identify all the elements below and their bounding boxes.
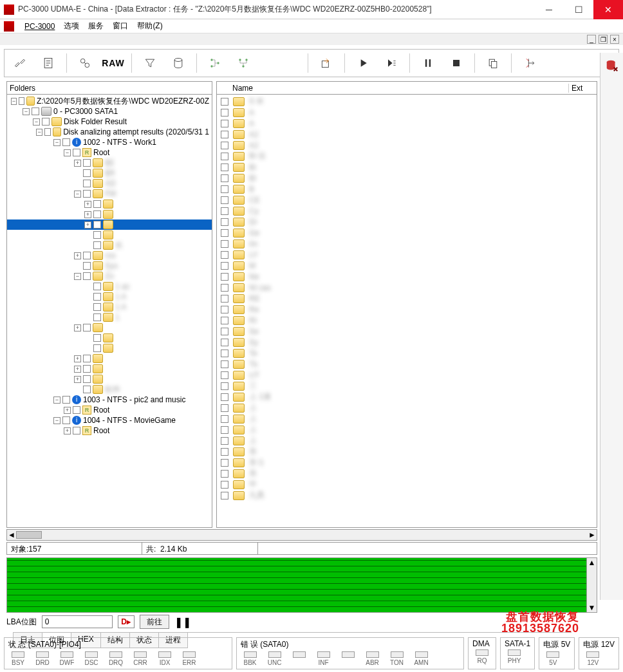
file-row[interactable]: 上 <box>217 435 597 446</box>
lba-input[interactable] <box>42 615 113 628</box>
lba-scroll-up-icon[interactable]: ▲ <box>588 558 596 567</box>
tree-node[interactable]: + <box>7 199 212 209</box>
tree-checkbox[interactable] <box>42 118 50 126</box>
tool-raw-button[interactable]: RAW <box>103 53 124 73</box>
lba-scroll-down-icon[interactable]: ▼ <box>588 603 596 612</box>
mdi-minimize[interactable]: _ <box>587 35 596 44</box>
file-checkbox[interactable] <box>221 350 228 357</box>
tree-checkbox[interactable] <box>93 221 101 229</box>
tree-twisty-icon[interactable]: + <box>64 427 71 434</box>
tree-checkbox[interactable] <box>93 334 101 342</box>
file-checkbox[interactable] <box>221 306 228 313</box>
file-row[interactable]: Dr <box>217 216 597 227</box>
tree-twisty-icon[interactable]: − <box>53 139 60 146</box>
tree-node[interactable]: +RRoot <box>7 405 212 415</box>
file-row[interactable]: A2 <box>217 129 597 140</box>
file-checkbox[interactable] <box>221 163 228 171</box>
lba-goto-button[interactable]: 前往 <box>140 615 169 629</box>
file-checkbox[interactable] <box>221 185 228 193</box>
tree-checkbox[interactable] <box>93 210 101 218</box>
file-row[interactable]: CE <box>217 194 597 205</box>
tree-checkbox[interactable] <box>83 252 91 259</box>
tree-twisty-icon[interactable]: − <box>53 397 60 404</box>
mdi-restore[interactable]: ❐ <box>599 35 608 44</box>
tree-checkbox[interactable] <box>83 262 91 270</box>
tree-twisty-icon[interactable]: + <box>74 376 81 383</box>
tree-checkbox[interactable] <box>62 396 70 404</box>
tree-node[interactable]: + <box>7 364 212 374</box>
tree-checkbox[interactable] <box>83 169 91 177</box>
menu-help[interactable]: 帮助(Z) <box>137 21 162 32</box>
tree-twisty-icon[interactable] <box>84 242 91 249</box>
file-row[interactable]: UT <box>217 369 597 380</box>
tool-export-icon[interactable] <box>316 53 337 73</box>
tree-twisty-icon[interactable]: + <box>74 160 81 167</box>
file-row[interactable]: A <box>217 118 597 129</box>
tree-checkbox[interactable] <box>83 386 91 393</box>
close-button[interactable]: ✕ <box>593 0 623 19</box>
file-row[interactable]: 东 i) <box>217 457 597 468</box>
tree-checkbox[interactable] <box>93 313 101 321</box>
file-checkbox[interactable] <box>221 437 228 445</box>
tree-checkbox[interactable] <box>62 416 70 424</box>
file-checkbox[interactable] <box>221 207 228 215</box>
tree-twisty-icon[interactable]: − <box>33 118 40 126</box>
file-row[interactable]: A <box>217 107 597 118</box>
file-row[interactable]: 上 <box>217 413 597 424</box>
tree-node[interactable]: −i1002 - NTFS - Work1 <box>7 137 212 147</box>
tree-node[interactable] <box>7 230 212 240</box>
file-row[interactable]: 九真 <box>217 490 597 501</box>
tool-copy-icon[interactable] <box>483 53 503 73</box>
tool-exit-icon[interactable] <box>519 53 540 73</box>
menu-pc3000[interactable]: PC-3000 <box>24 22 55 31</box>
file-checkbox[interactable] <box>221 393 228 401</box>
file-checkbox[interactable] <box>221 470 228 478</box>
file-row[interactable]: Ge <box>217 227 597 238</box>
file-checkbox[interactable] <box>221 415 228 423</box>
file-checkbox[interactable] <box>221 109 228 117</box>
file-row[interactable]: Bl <box>217 173 597 183</box>
file-row[interactable]: A2 <box>217 140 597 151</box>
tree-twisty-icon[interactable] <box>84 345 91 352</box>
file-list[interactable]: S 米AAA2A2Bi 仅BiBlBCECyDrGeImLYMNeNI zasR… <box>217 95 597 527</box>
file-checkbox[interactable] <box>221 218 228 226</box>
tree-node[interactable]: +ros <box>7 250 212 261</box>
file-checkbox[interactable] <box>221 448 228 456</box>
tree-checkbox[interactable] <box>73 406 80 414</box>
tree-node[interactable]: −Disk Folder Result <box>7 117 212 127</box>
file-checkbox[interactable] <box>221 262 228 270</box>
tree-twisty-icon[interactable]: − <box>36 129 42 136</box>
tree-node[interactable]: 软件 <box>7 384 212 395</box>
tree-twisty-icon[interactable] <box>84 283 91 290</box>
tool-filter-icon[interactable] <box>140 53 160 73</box>
tree-node[interactable]: +$E <box>7 158 212 168</box>
file-row[interactable]: Se <box>217 326 597 337</box>
tree-node[interactable]: −Disk analizing attempt results (2020/5/… <box>7 127 212 137</box>
tree-checkbox[interactable] <box>93 293 101 301</box>
tree-checkbox[interactable] <box>93 344 101 352</box>
file-checkbox[interactable] <box>221 426 228 434</box>
tree-twisty-icon[interactable]: − <box>74 191 81 198</box>
tree-checkbox[interactable] <box>83 355 91 362</box>
tool-tree2-icon[interactable] <box>233 53 254 73</box>
tree-node[interactable]: −RRoot <box>7 147 212 158</box>
tree-node[interactable]: −i1003 - NTFS - pic2 and music <box>7 395 212 405</box>
file-checkbox[interactable] <box>221 153 228 160</box>
file-checkbox[interactable] <box>221 459 228 467</box>
file-checkbox[interactable] <box>221 295 228 303</box>
tree-checkbox[interactable] <box>93 283 101 290</box>
file-checkbox[interactable] <box>221 174 228 182</box>
file-row[interactable]: LY <box>217 249 597 260</box>
tree-twisty-icon[interactable] <box>74 180 81 187</box>
folder-tree[interactable]: −Z:\2020年5月数据恢复任务\WDC WD20EZRZ-00Z−0 - P… <box>7 95 212 527</box>
tree-node[interactable]: 1 ac <box>7 281 212 292</box>
tree-checkbox[interactable] <box>44 128 51 136</box>
tree-twisty-icon[interactable]: + <box>84 201 91 208</box>
tree-node[interactable]: −Zo <box>7 271 212 281</box>
tree-checkbox[interactable] <box>73 149 80 156</box>
file-row[interactable]: Tk <box>217 359 597 369</box>
file-checkbox[interactable] <box>221 328 228 335</box>
file-checkbox[interactable] <box>221 382 228 390</box>
menu-options[interactable]: 选项 <box>64 21 79 32</box>
file-row[interactable]: Cy <box>217 205 597 216</box>
